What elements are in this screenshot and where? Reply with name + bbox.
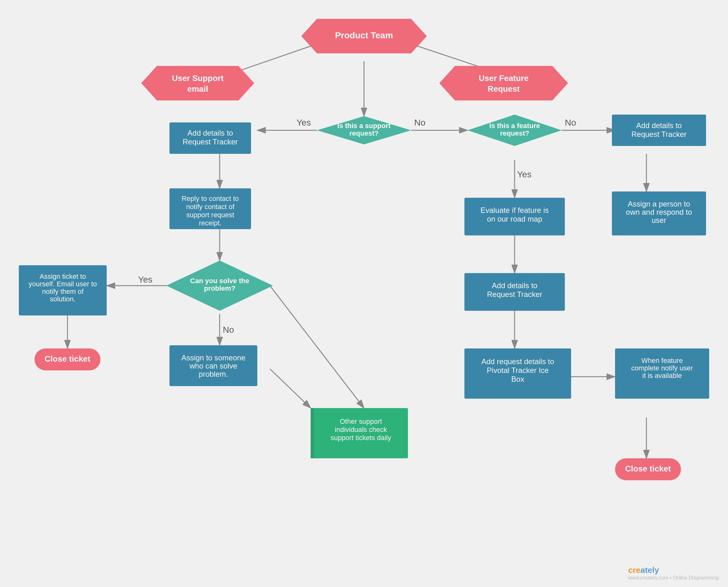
label-no-feature: No <box>565 118 576 127</box>
when-feature-label2: complete notify user <box>631 364 693 372</box>
evaluate-feature-label1: Evaluate if feature is <box>480 206 549 214</box>
pivotal-tracker-label3: Box <box>511 375 524 383</box>
assign-person-label2: own and respond to <box>626 208 692 216</box>
other-support-label2: individuals check <box>335 426 387 433</box>
is-support-request-label2: request? <box>349 129 379 137</box>
add-details-tracker1-label: Add details to <box>187 129 233 137</box>
evaluate-feature-label2: on our road map <box>487 215 542 223</box>
user-support-email-label2: email <box>187 84 208 94</box>
pivotal-tracker-label1: Add request details to <box>481 357 554 366</box>
assign-ticket-label2: yourself. Email user to <box>28 280 97 288</box>
when-feature-label1: When feature <box>641 357 683 365</box>
is-feature-request-label2: request? <box>500 129 529 137</box>
assign-someone-label3: problem. <box>199 370 228 378</box>
arrow-assign-to-other <box>270 369 311 408</box>
is-feature-request-label: Is this a feature <box>489 122 540 130</box>
diagram-container: Yes No No Yes Yes No Product Team User S… <box>0 0 728 587</box>
can-you-solve-label2: problem? <box>204 284 235 292</box>
label-yes-support: Yes <box>296 118 311 127</box>
other-support-label3: support tickets daily <box>331 434 391 442</box>
assign-ticket-label1: Assign ticket to <box>40 273 86 280</box>
pivotal-tracker-label2: Pivotal Tracker Ice <box>487 366 549 375</box>
user-feature-request-shape <box>439 66 568 100</box>
add-details-tracker3-label1: Add details to <box>492 281 537 290</box>
close-ticket1-label: Close ticket <box>45 354 90 363</box>
other-support-accent <box>311 408 314 458</box>
assign-ticket-label3: notify them of <box>42 287 84 296</box>
label-yes-solve: Yes <box>138 275 152 284</box>
when-feature-label3: it is available <box>642 372 682 379</box>
label-no-support: No <box>414 118 426 127</box>
reply-contact-label4: receipt. <box>199 219 221 227</box>
arrow-solve-to-other <box>270 286 364 408</box>
assign-person-label1: Assign a person to <box>628 199 690 208</box>
can-you-solve-label1: Can you solve the <box>190 277 249 285</box>
watermark: creately www.creately.com • Online Diagr… <box>628 565 719 581</box>
reply-contact-label2: notify contact of <box>186 203 235 211</box>
assign-someone-label2: who can solve <box>189 361 237 370</box>
close-ticket2-label: Close ticket <box>625 464 671 473</box>
product-team-label: Product Team <box>335 30 393 40</box>
assign-ticket-label4: solution. <box>50 295 76 303</box>
label-yes-feature: Yes <box>517 169 532 179</box>
add-details-tracker2-label1: Add details to <box>636 121 682 130</box>
add-details-tracker1-label2: Request Tracker <box>183 138 238 146</box>
flowchart: Yes No No Yes Yes No Product Team User S… <box>0 0 728 587</box>
add-details-tracker3-label2: Request Tracker <box>487 290 542 299</box>
user-support-email-shape <box>141 66 254 100</box>
assign-person-label3: user <box>652 216 666 225</box>
watermark-ately: ately <box>640 565 659 575</box>
add-details-tracker2-label2: Request Tracker <box>631 130 686 138</box>
label-no-solve: No <box>223 325 234 335</box>
other-support-label1: Other support <box>340 418 382 425</box>
user-support-email-label: User Support <box>172 73 224 83</box>
user-feature-request-label2: Request <box>488 84 520 94</box>
user-feature-request-label: User Feature <box>479 73 529 83</box>
watermark-cr: cre <box>628 565 640 575</box>
is-support-request-label: Is this a support <box>337 122 391 130</box>
reply-contact-label3: support request <box>186 211 235 219</box>
reply-contact-label1: Reply to contact to <box>182 195 239 203</box>
watermark-tagline: www.creately.com • Online Diagramming <box>628 575 719 581</box>
assign-someone-label1: Assign to someone <box>181 353 245 362</box>
